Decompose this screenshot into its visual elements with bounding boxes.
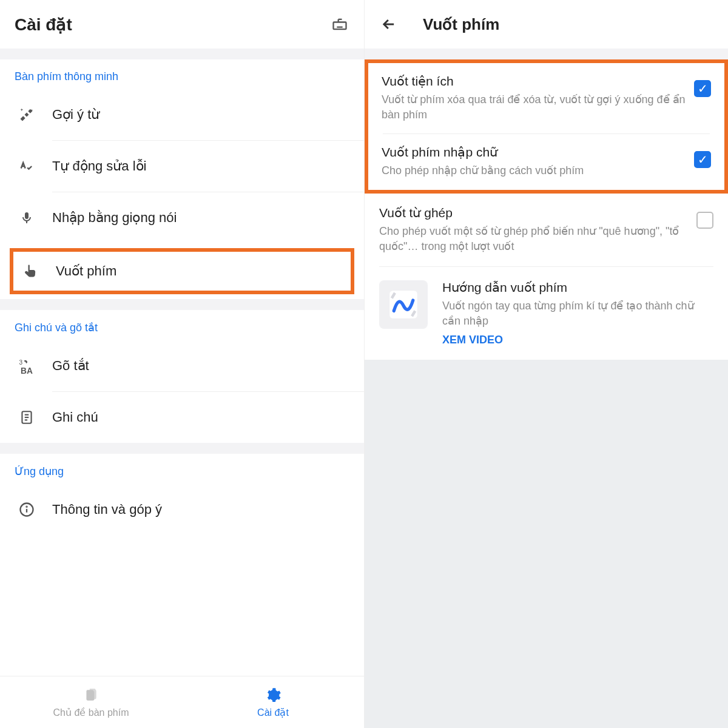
tab-label: Cài đặt xyxy=(257,707,289,718)
empty-space xyxy=(365,360,728,728)
section-label-smart: Bàn phím thông minh xyxy=(0,59,364,89)
section-label-app: Ứng dụng xyxy=(0,454,364,484)
swipe-header: Vuốt phím xyxy=(365,0,728,49)
swipe-highlight: Vuốt tiện ích Vuốt từ phím xóa qua trái … xyxy=(365,59,728,194)
checkbox-icon[interactable]: ✓ xyxy=(694,151,711,168)
note-icon xyxy=(15,405,39,430)
page-title: Vuốt phím xyxy=(423,15,499,34)
section-label-notes: Ghi chú và gõ tắt xyxy=(0,310,364,340)
option-swipe-compound[interactable]: Vuốt từ ghép Cho phép vuốt một số từ ghé… xyxy=(365,194,728,266)
svg-text:3: 3 xyxy=(19,359,23,366)
option-desc: Vuốt từ phím xóa qua trái để xóa từ, vuố… xyxy=(382,92,687,123)
guide-desc: Vuốt ngón tay qua từng phím kí tự để tạo… xyxy=(442,298,713,329)
option-title: Vuốt từ ghép xyxy=(379,206,689,220)
guide-block: Hướng dẫn vuốt phím Vuốt ngón tay qua từ… xyxy=(365,267,728,360)
tab-themes[interactable]: Chủ đề bàn phím xyxy=(0,676,182,728)
row-suggestions[interactable]: Gợi ý từ xyxy=(0,89,364,140)
row-label: Thông tin và góp ý xyxy=(52,502,162,517)
row-about[interactable]: Thông tin và góp ý xyxy=(0,484,364,535)
svg-rect-0 xyxy=(334,22,346,30)
option-title: Vuốt phím nhập chữ xyxy=(382,145,687,160)
option-title: Vuốt tiện ích xyxy=(382,74,687,89)
svg-point-16 xyxy=(26,507,27,507)
option-desc: Cho phép vuốt một số từ ghép phổ biến nh… xyxy=(379,224,689,254)
row-notes[interactable]: Ghi chú xyxy=(0,392,364,443)
checkbox-icon[interactable]: ✓ xyxy=(696,212,713,229)
guide-link[interactable]: XEM VIDEO xyxy=(442,334,713,346)
row-label: Ghi chú xyxy=(52,410,98,425)
info-icon xyxy=(15,497,39,522)
guide-title: Hướng dẫn vuốt phím xyxy=(442,280,713,295)
guide-thumbnail xyxy=(379,280,428,329)
settings-pane: Cài đặt Bàn phím thông minh Gợi ý từ xyxy=(0,0,364,728)
option-swipe-utilities[interactable]: Vuốt tiện ích Vuốt từ phím xóa qua trái … xyxy=(368,63,724,133)
section-gap xyxy=(0,299,364,310)
row-label: Gõ tắt xyxy=(52,358,89,374)
swipe-pane: Vuốt phím Vuốt tiện ích Vuốt từ phím xóa… xyxy=(364,0,728,728)
wand-icon xyxy=(15,103,39,127)
row-voice-input[interactable]: Nhập bằng giọng nói xyxy=(0,192,364,243)
row-autocorrect[interactable]: Tự động sửa lỗi xyxy=(0,141,364,192)
swipe-options: Vuốt tiện ích Vuốt từ phím xóa qua trái … xyxy=(365,59,728,360)
theme-icon xyxy=(82,686,100,704)
option-desc: Cho phép nhập chữ bằng cách vuốt phím xyxy=(382,163,687,178)
mic-icon xyxy=(15,206,39,230)
row-shortcut[interactable]: 3BA Gõ tắt xyxy=(0,340,364,391)
checkbox-icon[interactable]: ✓ xyxy=(694,80,711,97)
swipe-icon xyxy=(18,259,42,283)
svg-text:BA: BA xyxy=(21,366,33,376)
row-label: Vuốt phím xyxy=(56,263,116,279)
back-button[interactable] xyxy=(379,15,399,34)
page-title: Cài đặt xyxy=(15,15,72,35)
section-gap xyxy=(0,443,364,454)
section-gap xyxy=(0,49,364,59)
gear-icon xyxy=(264,686,282,704)
autocorrect-icon xyxy=(15,154,39,178)
shortcut-icon: 3BA xyxy=(15,354,39,378)
bottom-tabbar: Chủ đề bàn phím Cài đặt xyxy=(0,676,364,728)
row-label: Gợi ý từ xyxy=(52,107,99,123)
settings-header: Cài đặt xyxy=(0,0,364,49)
tab-settings[interactable]: Cài đặt xyxy=(182,676,364,728)
row-label: Tự động sửa lỗi xyxy=(52,158,147,174)
keyboard-picker-icon[interactable] xyxy=(330,15,349,34)
section-gap xyxy=(365,49,728,59)
row-label: Nhập bằng giọng nói xyxy=(52,210,177,226)
row-swipe-highlight[interactable]: Vuốt phím xyxy=(10,248,354,294)
option-swipe-typing[interactable]: Vuốt phím nhập chữ Cho phép nhập chữ bằn… xyxy=(368,134,724,189)
tab-label: Chủ đề bàn phím xyxy=(53,707,129,718)
